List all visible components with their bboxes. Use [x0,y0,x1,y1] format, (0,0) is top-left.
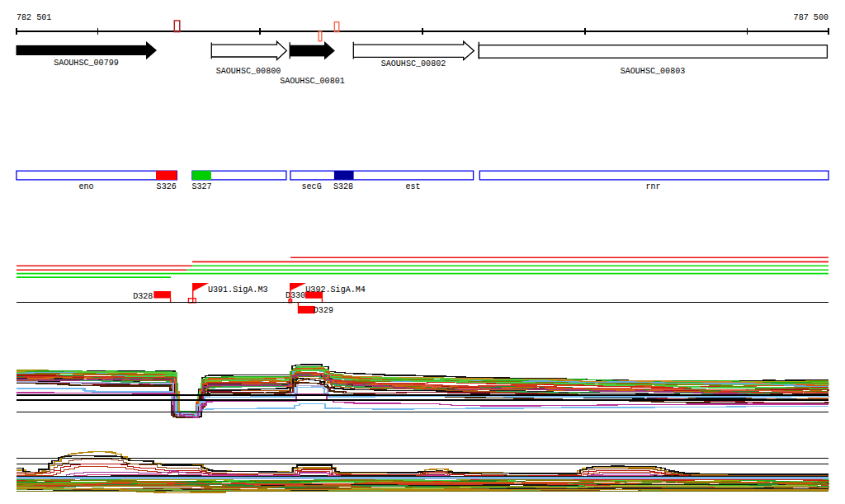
svg-text:SAOUHSC_00802: SAOUHSC_00802 [381,58,446,68]
svg-text:rnr: rnr [645,181,660,191]
svg-text:SAOUHSC_00803: SAOUHSC_00803 [621,65,686,76]
svg-text:S328: S328 [333,181,353,191]
svg-text:est: est [405,181,420,191]
svg-text:U392.SigA.M4: U392.SigA.M4 [305,284,366,294]
svg-text:secG: secG [302,181,322,191]
svg-text:D330: D330 [286,290,305,300]
svg-text:S327: S327 [191,181,211,191]
svg-text:SAOUHSC_00800: SAOUHSC_00800 [216,65,281,76]
svg-text:S326: S326 [157,181,177,191]
svg-text:eno: eno [78,181,93,191]
svg-text:787 500: 787 500 [794,12,828,22]
svg-text:D328: D328 [133,290,153,301]
svg-text:D329: D329 [314,304,333,315]
svg-text:SAOUHSC_00799: SAOUHSC_00799 [54,57,119,68]
svg-text:782 501: 782 501 [17,12,51,22]
svg-text:SAOUHSC_00801: SAOUHSC_00801 [280,75,345,86]
svg-text:U391.SigA.M3: U391.SigA.M3 [208,284,268,294]
